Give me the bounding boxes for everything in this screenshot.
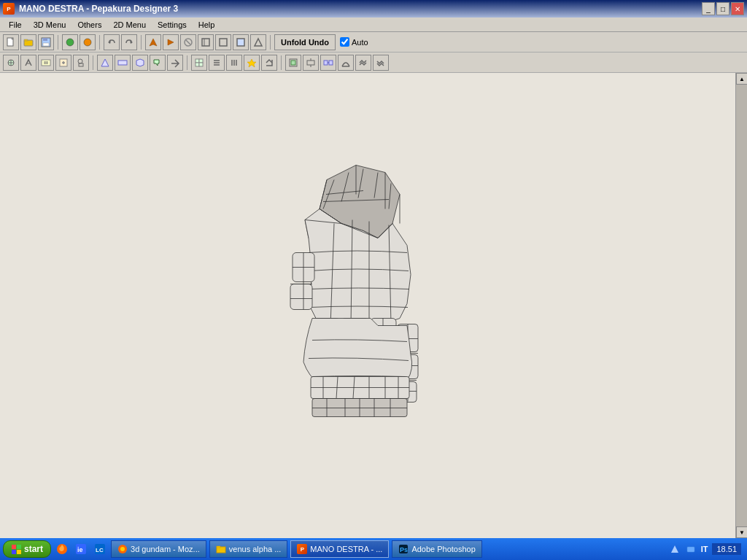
taskbar-app-photoshop[interactable]: Ps Adobe Photoshop [392,540,481,558]
svg-rect-43 [307,61,314,65]
maximize-button[interactable]: □ [716,2,729,15]
svg-rect-13 [202,39,209,46]
taskbar-icon-1[interactable] [54,541,70,557]
tb2-btn-2[interactable] [20,55,36,71]
titlebar-left: P MANO DESTRA - Pepakura Designer 3 [3,3,178,15]
svg-rect-5 [43,38,47,41]
tb2-btn-4[interactable] [55,55,71,71]
svg-rect-101 [290,284,312,310]
svg-rect-47 [329,61,333,65]
tray-icon-2[interactable] [685,543,697,555]
scroll-track[interactable] [736,85,747,526]
tb2-btn-16[interactable] [285,55,301,71]
svg-rect-42 [291,61,295,65]
separator3 [141,35,142,50]
svg-rect-140 [217,546,220,548]
taskbar-icon-2[interactable]: ie [73,541,89,557]
minimize-button[interactable]: _ [702,2,715,15]
unfold-undo-button[interactable]: Unfold Undo [274,34,336,50]
auto-checkbox[interactable]: Auto [340,37,368,47]
svg-point-7 [66,39,74,46]
titlebar-title: MANO DESTRA - Pepakura Designer 3 [19,4,178,14]
start-button[interactable]: start [3,540,51,558]
svg-rect-46 [324,61,328,65]
scroll-down-button[interactable]: ▼ [736,526,747,538]
pepakura-taskbar-icon: P [297,544,307,554]
svg-line-12 [186,40,190,44]
svg-rect-32 [196,63,199,66]
tb2-btn-13[interactable] [226,55,242,71]
menubar: File 3D Menu Others 2D Menu Settings Hel… [0,18,747,32]
language-indicator: IT [701,545,708,553]
tool-btn-2[interactable] [163,34,179,50]
tb2-btn-18[interactable] [320,55,336,71]
clock-display: 18.51 [712,543,741,555]
taskbar: start ie LC 3d gundam - Moz... venus alp… [0,538,747,560]
main-area: .wire { fill: none; stroke: #333; stroke… [0,73,747,538]
tb2-sep3 [281,55,282,70]
close-button[interactable]: ✕ [731,2,744,15]
tray-icon-1[interactable] [669,543,681,555]
menu-others[interactable]: Others [71,18,107,31]
tb2-btn-20[interactable] [355,55,371,71]
svg-rect-30 [196,59,199,63]
svg-marker-40 [247,59,256,67]
separator1 [58,35,58,50]
svg-marker-143 [671,545,678,553]
3d-viewport[interactable]: .wire { fill: none; stroke: #333; stroke… [0,73,735,538]
svg-rect-6 [43,43,49,46]
undo-button[interactable] [104,34,120,50]
svg-rect-131 [17,550,21,554]
save-button[interactable] [38,34,54,50]
tb2-btn-3[interactable] [38,55,54,71]
open-button[interactable] [20,34,36,50]
taskbar-icon-3[interactable]: LC [92,541,108,557]
taskbar-app-firefox[interactable]: 3d gundam - Moz... [111,540,206,558]
svg-point-138 [120,547,125,551]
svg-rect-22 [42,60,50,66]
tool-btn-3[interactable] [180,34,196,50]
tb2-btn-9[interactable] [150,55,166,71]
menu-help[interactable]: Help [193,18,221,31]
tb2-btn-10[interactable] [167,55,183,71]
titlebar-controls: _ □ ✕ [702,2,744,15]
color-button-green[interactable] [62,34,78,50]
tb2-btn-1[interactable] [3,55,19,71]
svg-point-26 [78,59,82,63]
svg-rect-144 [687,547,694,552]
tb2-btn-17[interactable] [303,55,319,71]
svg-point-8 [84,39,91,46]
tb2-btn-5[interactable] [73,55,89,71]
svg-rect-130 [12,550,16,554]
tool-btn-7[interactable] [250,34,266,50]
tb2-btn-7[interactable] [115,55,131,71]
tool-btn-4[interactable] [198,34,214,50]
tb2-btn-21[interactable] [373,55,389,71]
menu-3dmenu[interactable]: 3D Menu [28,18,72,31]
svg-rect-31 [199,59,203,63]
tb2-btn-11[interactable] [191,55,207,71]
taskbar-app-pepakura[interactable]: P MANO DESTRA - ... [290,540,389,558]
taskbar-app-folder[interactable]: venus alpha ... [209,540,288,558]
svg-marker-28 [101,59,109,66]
tb2-btn-8[interactable] [132,55,148,71]
tool-btn-5[interactable] [215,34,231,50]
tb2-sep1 [93,55,93,70]
redo-button[interactable] [121,34,137,50]
tool-btn-6[interactable] [233,34,249,50]
right-scrollbar[interactable]: ▲ ▼ [735,73,747,538]
tb2-btn-15[interactable] [261,55,277,71]
tb2-btn-19[interactable] [338,55,354,71]
menu-file[interactable]: File [3,18,28,31]
svg-rect-27 [79,63,83,66]
scroll-up-button[interactable]: ▲ [736,73,747,85]
color-button-orange[interactable] [80,34,96,50]
menu-2dmenu[interactable]: 2D Menu [107,18,152,31]
new-button[interactable] [3,34,19,50]
tb2-btn-14[interactable] [244,55,260,71]
tb2-btn-12[interactable] [209,55,225,71]
hand-model: .wire { fill: none; stroke: #333; stroke… [239,158,473,486]
menu-settings[interactable]: Settings [152,18,193,31]
tb2-btn-6[interactable] [97,55,113,71]
tool-btn-1[interactable] [145,34,161,50]
